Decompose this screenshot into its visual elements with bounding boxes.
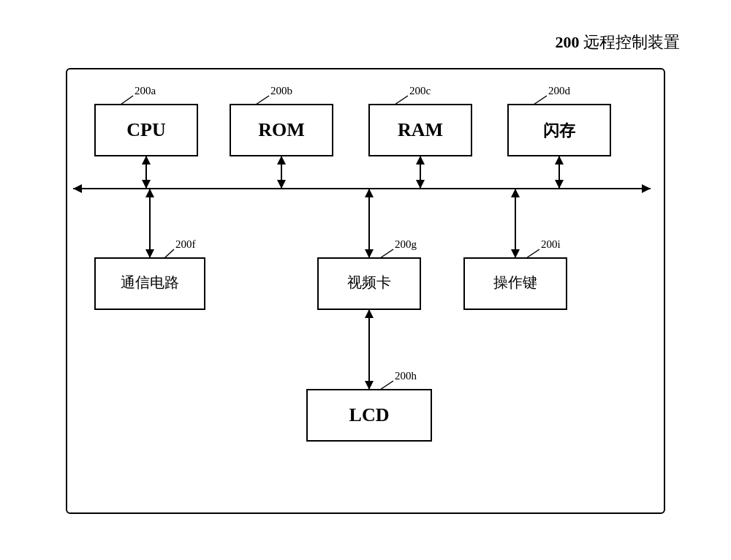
- svg-marker-42: [365, 249, 374, 258]
- svg-text:200i: 200i: [541, 238, 561, 250]
- svg-line-50: [526, 249, 539, 258]
- svg-line-57: [380, 381, 393, 390]
- svg-text:ROM: ROM: [258, 119, 305, 140]
- svg-text:200h: 200h: [395, 370, 417, 382]
- diagram-title: 200 远程控制装置: [556, 31, 681, 53]
- svg-marker-29: [555, 156, 564, 164]
- svg-marker-30: [555, 180, 564, 189]
- svg-text:操作键: 操作键: [493, 274, 537, 290]
- svg-line-8: [121, 96, 133, 105]
- svg-marker-21: [142, 180, 151, 189]
- svg-marker-41: [365, 189, 374, 197]
- svg-marker-27: [416, 180, 425, 189]
- svg-text:CPU: CPU: [126, 119, 166, 140]
- svg-text:闪存: 闪存: [543, 121, 576, 140]
- svg-text:200a: 200a: [135, 85, 156, 97]
- svg-text:RAM: RAM: [398, 119, 443, 140]
- svg-marker-44: [511, 189, 520, 197]
- title-number: 200: [556, 33, 580, 51]
- svg-line-46: [164, 249, 174, 258]
- svg-text:200g: 200g: [395, 238, 417, 250]
- svg-marker-38: [145, 189, 154, 197]
- svg-text:通信电路: 通信电路: [121, 274, 179, 290]
- title-text: 远程控制装置: [583, 33, 680, 51]
- svg-text:200c: 200c: [409, 85, 431, 97]
- svg-text:200b: 200b: [270, 85, 292, 97]
- svg-marker-18: [642, 184, 651, 193]
- svg-text:200f: 200f: [175, 238, 196, 250]
- svg-marker-20: [142, 156, 151, 164]
- svg-line-48: [380, 249, 393, 258]
- svg-text:视频卡: 视频卡: [347, 274, 391, 290]
- svg-line-10: [256, 96, 269, 105]
- svg-marker-39: [145, 249, 154, 258]
- svg-marker-17: [73, 184, 82, 193]
- svg-line-14: [534, 96, 547, 105]
- svg-marker-23: [277, 156, 286, 164]
- svg-marker-26: [416, 156, 425, 164]
- svg-marker-45: [511, 249, 520, 258]
- svg-text:200d: 200d: [548, 85, 571, 97]
- svg-marker-24: [277, 180, 286, 189]
- diagram-svg: CPU ROM RAM 闪存 200a 200b 200c 200d: [66, 68, 665, 514]
- svg-marker-56: [365, 381, 374, 390]
- svg-text:LCD: LCD: [349, 404, 390, 425]
- svg-marker-55: [365, 309, 374, 318]
- diagram-wrapper: 200 远程控制装置 CPU ROM RAM 闪存 200a 200b 200c…: [51, 31, 680, 529]
- svg-line-12: [395, 96, 408, 105]
